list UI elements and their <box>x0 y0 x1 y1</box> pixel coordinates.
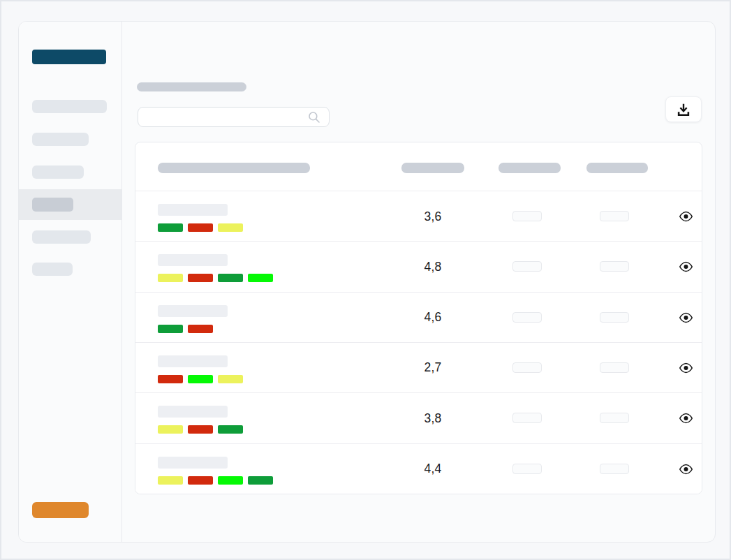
tag-chip-red <box>188 325 213 333</box>
view-row-button[interactable] <box>674 407 697 429</box>
tag-chip-bright-green <box>218 476 243 485</box>
tag-chip-yellow <box>158 425 183 434</box>
eye-icon <box>679 362 693 374</box>
table-header-row <box>135 142 702 191</box>
row-cell-placeholder-1 <box>512 312 542 323</box>
sidebar-action-button[interactable] <box>32 502 89 518</box>
row-cell-placeholder-1 <box>512 413 542 423</box>
table-header-placeholder-col4 <box>586 163 648 173</box>
tag-chip-red <box>188 476 213 485</box>
view-row-button[interactable] <box>674 357 697 379</box>
row-score-value: 4,8 <box>401 242 464 292</box>
download-icon <box>676 102 691 117</box>
main-content: 3,6 4,8 <box>122 22 715 542</box>
results-table: 3,6 4,8 <box>135 142 702 494</box>
view-row-button[interactable] <box>674 256 697 278</box>
tag-chip-green <box>218 274 243 282</box>
row-name-placeholder <box>158 204 228 216</box>
tag-chip-green <box>158 223 183 232</box>
search-input[interactable] <box>138 107 330 127</box>
row-cell-placeholder-1 <box>512 362 542 373</box>
tag-chip-yellow <box>218 375 243 383</box>
sidebar <box>19 22 122 542</box>
eye-icon <box>679 261 693 272</box>
row-score-value: 3,8 <box>401 393 464 443</box>
row-cell-placeholder-1 <box>512 464 542 474</box>
tag-chip-strip <box>158 274 273 282</box>
table-header-placeholder-name <box>158 163 310 173</box>
tag-chip-red <box>188 223 213 232</box>
row-name-placeholder <box>158 305 228 317</box>
table-row: 3,6 <box>135 191 702 242</box>
row-cell-placeholder-2 <box>600 464 629 474</box>
row-cell-placeholder-2 <box>600 413 629 423</box>
table-row: 4,8 <box>135 242 702 292</box>
tag-chip-red <box>188 274 213 282</box>
tag-chip-strip <box>158 425 243 434</box>
sidebar-item-active-label-placeholder <box>32 198 73 212</box>
table-row: 4,6 <box>135 293 702 343</box>
tag-chip-strip <box>158 325 213 333</box>
tag-chip-bright-green <box>248 274 273 282</box>
tag-chip-strip <box>158 476 273 485</box>
row-cell-placeholder-2 <box>600 261 629 272</box>
tag-chip-yellow <box>158 274 183 282</box>
view-row-button[interactable] <box>674 458 697 480</box>
page-background: 3,6 4,8 <box>0 0 731 560</box>
row-cell-placeholder-1 <box>512 261 542 272</box>
table-header-placeholder-col3 <box>499 163 561 173</box>
tag-chip-red <box>188 425 213 434</box>
row-name-placeholder <box>158 457 228 469</box>
sidebar-item-placeholder-5[interactable] <box>32 263 73 276</box>
eye-icon <box>679 312 693 323</box>
row-score-value: 2,7 <box>401 343 464 393</box>
sidebar-item-active[interactable] <box>19 189 121 220</box>
view-row-button[interactable] <box>674 205 697 228</box>
tag-chip-bright-green <box>188 375 213 383</box>
tag-chip-yellow <box>158 476 183 485</box>
tag-chip-green <box>248 476 273 485</box>
tag-chip-strip <box>158 223 243 232</box>
table-header-placeholder-value <box>401 163 464 173</box>
row-score-value: 4,4 <box>401 444 464 494</box>
eye-icon <box>679 464 693 475</box>
table-row: 2,7 <box>135 343 702 393</box>
table-row: 3,8 <box>135 393 702 443</box>
row-cell-placeholder-2 <box>600 211 629 221</box>
table-row: 4,4 <box>135 444 702 494</box>
tag-chip-yellow <box>218 223 243 232</box>
eye-icon <box>679 413 693 424</box>
download-button[interactable] <box>665 96 702 122</box>
row-cell-placeholder-1 <box>512 211 542 221</box>
row-name-placeholder <box>158 406 228 418</box>
tag-chip-red <box>158 375 183 383</box>
row-cell-placeholder-2 <box>600 362 629 373</box>
logo-placeholder <box>32 50 106 64</box>
page-title-placeholder <box>137 82 246 91</box>
row-name-placeholder <box>158 355 228 367</box>
sidebar-item-placeholder-3[interactable] <box>32 165 84 179</box>
row-score-value: 3,6 <box>401 191 464 242</box>
app-card: 3,6 4,8 <box>18 21 716 543</box>
sidebar-item-placeholder-4[interactable] <box>32 230 91 244</box>
row-name-placeholder <box>158 254 228 266</box>
row-score-value: 4,6 <box>401 293 464 343</box>
sidebar-item-placeholder-1[interactable] <box>32 100 107 113</box>
tag-chip-green <box>158 325 183 333</box>
sidebar-item-placeholder-2[interactable] <box>32 133 89 146</box>
tag-chip-strip <box>158 375 243 383</box>
row-cell-placeholder-2 <box>600 312 629 323</box>
tag-chip-green <box>218 425 243 434</box>
eye-icon <box>679 211 693 222</box>
view-row-button[interactable] <box>674 307 697 329</box>
